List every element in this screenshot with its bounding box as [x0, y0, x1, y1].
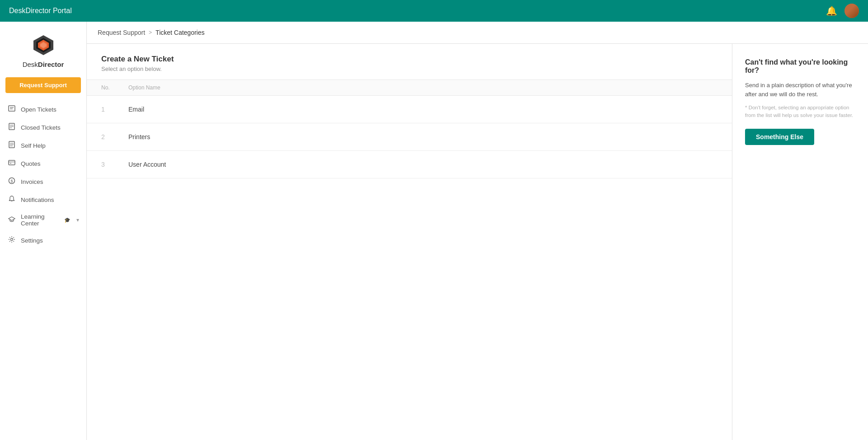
notifications-nav-icon: [7, 195, 16, 204]
learning-center-chevron-icon: ▾: [76, 217, 79, 223]
avatar[interactable]: [844, 4, 859, 18]
settings-icon: [7, 236, 16, 245]
ticket-section: Create a New Ticket Select an option bel…: [87, 44, 732, 440]
create-ticket-subtitle: Select an option below.: [101, 66, 717, 72]
top-header: DeskDirector Portal 🔔: [0, 0, 868, 22]
settings-label: Settings: [21, 237, 79, 244]
sidebar: DeskDirector Request Support Open Ticket…: [0, 22, 87, 440]
breadcrumb-current: Ticket Categories: [156, 29, 204, 36]
sidebar-item-settings[interactable]: Settings: [0, 231, 86, 249]
row-3-name: User Account: [128, 161, 717, 168]
ticket-header: Create a New Ticket Select an option bel…: [87, 44, 732, 80]
ticket-row-3[interactable]: 3 User Account: [87, 151, 732, 178]
notifications-label: Notifications: [21, 197, 79, 203]
learning-center-icon2: 🎓: [63, 217, 72, 223]
right-panel: Can't find what you're looking for? Send…: [732, 44, 868, 440]
avatar-image: [844, 4, 859, 18]
self-help-icon: [7, 141, 16, 150]
request-support-button[interactable]: Request Support: [5, 77, 81, 93]
self-help-label: Self Help: [21, 142, 79, 149]
row-2-number: 2: [101, 133, 128, 140]
sidebar-item-self-help[interactable]: Self Help: [0, 136, 86, 154]
ticket-row-1[interactable]: 1 Email: [87, 96, 732, 123]
right-panel-description: Send in a plain description of what you'…: [745, 81, 855, 98]
right-panel-note: * Don't forget, selecting an appropriate…: [745, 104, 855, 120]
sidebar-item-learning-center[interactable]: Learning Center 🎓 ▾: [0, 209, 86, 231]
row-2-name: Printers: [128, 133, 717, 140]
invoices-label: Invoices: [21, 178, 79, 185]
svg-point-22: [11, 239, 13, 241]
ticket-row-2[interactable]: 2 Printers: [87, 123, 732, 151]
quotes-label: Quotes: [21, 160, 79, 167]
open-tickets-label: Open Tickets: [21, 106, 79, 113]
svg-text:$: $: [11, 179, 13, 183]
right-panel-title: Can't find what you're looking for?: [745, 58, 855, 75]
invoices-icon: $: [7, 177, 16, 186]
notification-bell-icon[interactable]: 🔔: [826, 5, 837, 16]
closed-tickets-label: Closed Tickets: [21, 124, 79, 131]
sidebar-item-quotes[interactable]: Quotes: [0, 154, 86, 173]
logo-text: DeskDirector: [23, 61, 64, 68]
create-ticket-title: Create a New Ticket: [101, 55, 717, 64]
sidebar-item-closed-tickets[interactable]: Closed Tickets: [0, 118, 86, 136]
open-tickets-icon: [7, 105, 16, 114]
sidebar-item-invoices[interactable]: $ Invoices: [0, 173, 86, 191]
row-3-number: 3: [101, 161, 128, 168]
quotes-icon: [7, 159, 16, 168]
closed-tickets-icon: [7, 123, 16, 132]
deskdirector-logo-icon: [31, 33, 56, 58]
something-else-button[interactable]: Something Else: [745, 129, 814, 145]
header-icons: 🔔: [826, 4, 859, 18]
sidebar-item-notifications[interactable]: Notifications: [0, 191, 86, 209]
col-name-header: Option Name: [128, 84, 717, 91]
sidebar-logo: DeskDirector: [0, 22, 86, 77]
breadcrumb-separator: >: [149, 29, 152, 36]
main-content: Create a New Ticket Select an option bel…: [87, 44, 868, 440]
breadcrumb: Request Support > Ticket Categories: [87, 22, 868, 44]
table-header: No. Option Name: [87, 80, 732, 96]
app-title: DeskDirector Portal: [9, 7, 72, 15]
learning-center-icon: [7, 215, 16, 225]
svg-rect-16: [9, 160, 15, 165]
col-no-header: No.: [101, 84, 128, 91]
sidebar-nav: Open Tickets Closed Tickets: [0, 100, 86, 249]
learning-center-label: Learning Center: [21, 213, 58, 227]
row-1-number: 1: [101, 106, 128, 113]
content-area: Request Support > Ticket Categories Crea…: [87, 22, 868, 440]
svg-rect-5: [9, 106, 15, 111]
main-layout: DeskDirector Request Support Open Ticket…: [0, 22, 868, 440]
breadcrumb-link-request-support[interactable]: Request Support: [98, 29, 145, 36]
row-1-name: Email: [128, 106, 717, 113]
sidebar-item-open-tickets[interactable]: Open Tickets: [0, 100, 86, 118]
